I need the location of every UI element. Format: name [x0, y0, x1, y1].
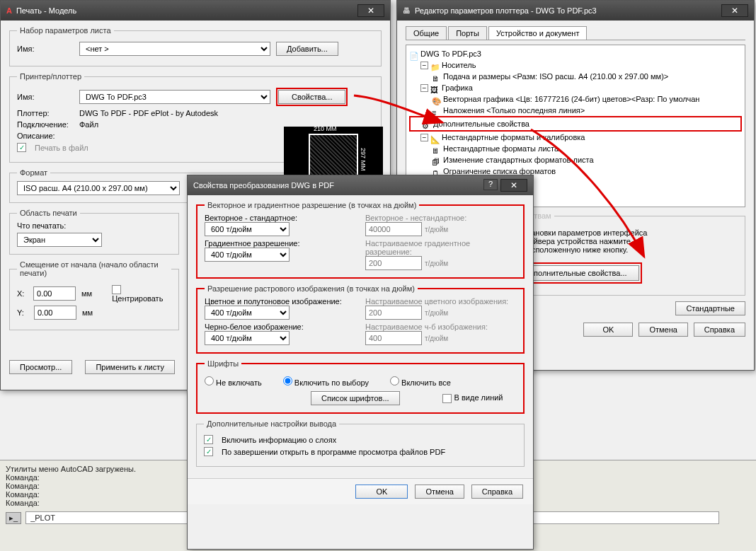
ok-button[interactable]: OK: [355, 485, 408, 499]
tree-custom-properties[interactable]: Дополнительные свойства: [433, 120, 529, 128]
command-prompt-icon[interactable]: ▸_: [6, 512, 21, 524]
print-to-file-checkbox: ✓: [17, 143, 26, 152]
vector-resolution-group: Векторное и градиентное разрешение (в то…: [196, 201, 525, 279]
print-area-combo[interactable]: Экран: [17, 233, 102, 247]
pdfprops-title: Свойства преобразования DWG в PDF: [193, 181, 334, 190]
print-title: Печать - Модель: [16, 6, 76, 15]
printer-properties-button[interactable]: Свойства...: [278, 90, 345, 104]
cancel-button[interactable]: Отмена: [415, 485, 464, 499]
autocad-icon: A: [6, 6, 12, 15]
pc3-icon: 📄: [409, 50, 419, 59]
tab-ports[interactable]: Порты: [448, 26, 487, 40]
vector-icon: 🎨: [432, 95, 442, 104]
print-titlebar[interactable]: AПечать - Модель ✕: [1, 1, 390, 21]
font-selective-radio[interactable]: Включить по выбору: [283, 376, 369, 387]
open-after-checkbox[interactable]: ✓: [204, 447, 213, 456]
graphics-icon: 🖼: [430, 84, 440, 93]
tab-general[interactable]: Общие: [406, 26, 447, 40]
apply-to-sheet-button[interactable]: Применить к листу: [85, 360, 175, 374]
plotter-titlebar[interactable]: 🖶Редактор параметров плоттера - DWG To P…: [397, 1, 754, 21]
size-icon: 🗎: [432, 73, 442, 81]
offset-y-input[interactable]: [34, 306, 76, 320]
plotter-title: Редактор параметров плоттера - DWG To PD…: [415, 6, 597, 15]
as-lines-checkbox[interactable]: В виде линий: [442, 393, 503, 403]
pageset-name-label: Имя:: [17, 45, 74, 53]
offset-group: Смещение от начала (начало области печат…: [9, 260, 179, 330]
connection-value: Файл: [79, 120, 98, 129]
close-icon[interactable]: ✕: [721, 4, 748, 17]
printer-icon: 🖶: [403, 6, 411, 15]
fonts-group: Шрифты Не включать Включить по выбору Вк…: [196, 359, 525, 414]
tab-device[interactable]: Устройство и документ: [488, 26, 587, 40]
pdf-properties-dialog: Свойства преобразования DWG в PDF ?✕ Век…: [187, 175, 534, 550]
media-icon: 📁: [430, 62, 440, 70]
expander-icon[interactable]: −: [420, 84, 428, 92]
font-none-radio[interactable]: Не включать: [205, 376, 262, 387]
add-pageset-button[interactable]: Добавить...: [276, 42, 338, 56]
center-checkbox[interactable]: [112, 285, 121, 294]
expander-icon[interactable]: −: [420, 134, 428, 141]
pageset-group: Набор параметров листа Имя: <нет > Добав…: [9, 26, 382, 66]
expander-icon[interactable]: −: [420, 62, 428, 69]
overlay-icon: ≡: [432, 107, 442, 115]
color-res-combo[interactable]: 400 т/дюйм: [205, 306, 290, 320]
font-all-radio[interactable]: Включить все: [390, 376, 451, 387]
offset-x-input[interactable]: [33, 286, 76, 301]
plotter-tabs: Общие Порты Устройство и документ: [406, 26, 745, 40]
vector-std-combo[interactable]: 600 т/дюйм: [205, 222, 290, 236]
cancel-button[interactable]: Отмена: [638, 323, 687, 337]
sheet-icon: 🗏: [432, 145, 442, 153]
pageset-combo[interactable]: <нет >: [79, 42, 270, 56]
help-button[interactable]: Справка: [694, 323, 745, 337]
calibration-icon: 📐: [430, 134, 440, 142]
gear-icon: ⚙: [422, 120, 432, 129]
preview-button[interactable]: Просмотр...: [9, 360, 72, 374]
gradient-combo[interactable]: 400 т/дюйм: [205, 248, 290, 262]
printer-combo[interactable]: DWG To PDF.pc3: [79, 90, 270, 104]
paper-format-combo[interactable]: ISO расш. A4 (210.00 x 297.00 мм): [17, 181, 180, 195]
gradient-custom-input: [365, 256, 422, 270]
color-custom-input: [365, 306, 422, 320]
plotter-value: DWG To PDF - PDF ePlot - by Autodesk: [79, 109, 218, 117]
extra-output-group: Дополнительные настройки вывода ✓Включит…: [196, 419, 525, 467]
bw-custom-input: [365, 331, 422, 345]
defaults-button[interactable]: Стандартные: [675, 301, 745, 315]
include-layers-checkbox[interactable]: ✓: [204, 435, 213, 444]
bw-res-combo[interactable]: 400 т/дюйм: [205, 331, 290, 345]
ok-button[interactable]: OK: [583, 323, 633, 337]
raster-resolution-group: Разрешение растрового изображения (в точ…: [196, 284, 525, 354]
help-button[interactable]: Справка: [471, 485, 523, 499]
sheet-icon: 🗐: [432, 156, 442, 165]
print-area-group: Область печати Что печатать: Экран: [9, 209, 179, 255]
help-icon[interactable]: ?: [483, 179, 498, 190]
close-icon[interactable]: ✕: [500, 179, 527, 192]
close-icon[interactable]: ✕: [357, 4, 384, 17]
pdfprops-titlebar[interactable]: Свойства преобразования DWG в PDF ?✕: [188, 175, 533, 195]
vector-nonstd-input: [365, 222, 422, 236]
font-list-button[interactable]: Список шрифтов...: [311, 391, 400, 405]
